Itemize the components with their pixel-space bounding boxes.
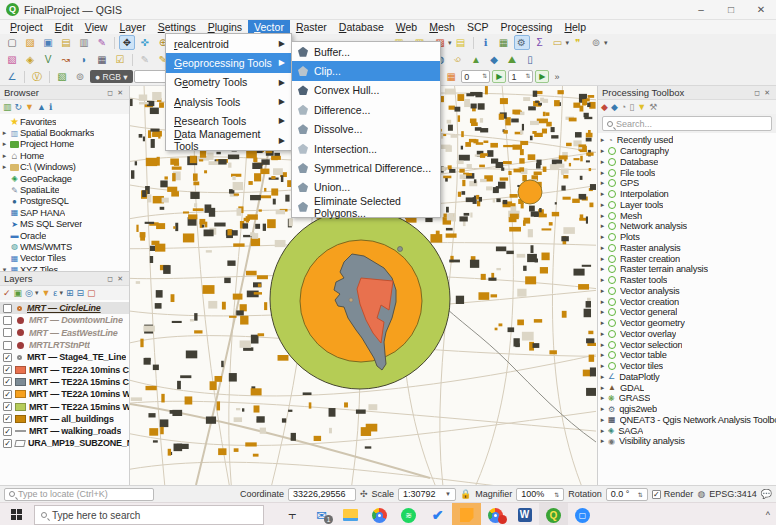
tree-arrow-icon[interactable]: ▸ [598, 405, 607, 413]
add-selected-layers-icon[interactable]: ▥ [3, 102, 12, 112]
toolbox-search-input[interactable]: Search... [602, 116, 772, 131]
tree-arrow-icon[interactable]: ▸ [598, 330, 607, 338]
browser-item-ms-sql-server[interactable]: ➤MS SQL Server [0, 219, 129, 230]
browser-item-wms-wmts[interactable]: ◍WMS/WMTS [0, 241, 129, 252]
browser-item-spatial-bookmarks[interactable]: ▸▥Spatial Bookmarks [0, 127, 129, 138]
toolbox-group-vector-geometry[interactable]: ▸Vector geometry [598, 318, 776, 329]
options-wrench-icon[interactable]: ⚒ [649, 102, 657, 112]
layer-checkbox[interactable]: ✓ [3, 439, 12, 448]
layer-checkbox[interactable]: ✓ [3, 414, 12, 423]
filter-browser-icon[interactable]: ▼ [25, 102, 34, 112]
open-project-icon[interactable]: ▨ [22, 35, 38, 50]
layer-item[interactable]: ✓MRT — all_buildings [0, 413, 129, 425]
toolbox-group-raster-terrain-analysis[interactable]: ▸Raster terrain analysis [598, 264, 776, 275]
vector-menu-item-data-management-tools[interactable]: Data Management Tools▶ [166, 130, 291, 149]
models-blue-icon[interactable]: ◆ [611, 102, 618, 112]
measure-dropdown-icon[interactable]: ▾ [566, 39, 570, 47]
vector-menu-item-geometry-tools[interactable]: Geometry Tools▶ [166, 73, 291, 92]
select-by-value-dropdown-icon[interactable]: ▾ [448, 39, 452, 47]
start-button[interactable] [0, 503, 34, 525]
manage-themes-icon[interactable]: ◎ [25, 288, 33, 298]
play1[interactable]: ▶ [492, 70, 506, 83]
taskbar-todo-check-icon[interactable]: ✔ [423, 503, 452, 525]
menu-vector[interactable]: Vector [248, 20, 290, 34]
filter-legend-icon[interactable]: ▼ [41, 288, 50, 298]
browser-item-oracle[interactable]: ▬Oracle [0, 230, 129, 241]
tree-arrow-icon[interactable]: ▸ [598, 147, 607, 155]
map-tips-icon[interactable]: ❞ [570, 35, 586, 50]
toolbox-group-cartography[interactable]: ▸Cartography [598, 146, 776, 157]
tree-arrow-icon[interactable]: ▸ [598, 212, 607, 220]
layer-item[interactable]: MRT — CircleLine [0, 302, 129, 314]
overflow[interactable]: » [554, 72, 559, 82]
submenu-item-eliminate-selected-polygons-[interactable]: Eliminate Selected Polygons... [292, 197, 440, 216]
digitize-layers-icon[interactable]: ▧ [4, 52, 20, 67]
manage-themes-dropdown-icon[interactable]: ▾ [35, 289, 39, 297]
toolbox-group-saga[interactable]: ▸◈SAGA [598, 425, 776, 436]
toolbox-group-mesh[interactable]: ▸Mesh [598, 210, 776, 221]
curve-digitize-icon[interactable]: ↝ [58, 52, 74, 67]
tree-arrow-icon[interactable]: ▸ [598, 169, 607, 177]
check-layer-icon[interactable]: ☑ [112, 52, 128, 67]
render-checkbox[interactable]: ✓Render [652, 489, 694, 499]
help-contents-icon[interactable]: ▯ [522, 52, 538, 67]
tree-arrow-icon[interactable]: ▸ [598, 222, 607, 230]
toolbox-group-raster-creation[interactable]: ▸Raster creation [598, 253, 776, 264]
plugin-green-icon[interactable]: ▲ [468, 52, 484, 67]
layer-checkbox[interactable]: ✓ [3, 390, 12, 399]
dataplotly-icon[interactable]: ∠ [4, 69, 20, 84]
toolbox-group-layer-tools[interactable]: ▸Layer tools [598, 200, 776, 211]
browser-item-project-home[interactable]: ▸Project Home [0, 139, 129, 150]
edit-disabled-icon[interactable]: ✎ [137, 52, 153, 67]
vector-menu-item-realcentroid[interactable]: realcentroid▶ [166, 34, 291, 53]
menu-processing[interactable]: Processing [494, 20, 558, 34]
browser-item-sap-hana[interactable]: ▦SAP HANA [0, 207, 129, 218]
menu-settings[interactable]: Settings [152, 20, 202, 34]
submenu-item-symmetrical-difference-[interactable]: Symmetrical Difference... [292, 158, 440, 177]
browser-close-icon[interactable]: ✕ [115, 89, 125, 97]
taskbar-chrome-icon[interactable] [365, 503, 394, 525]
properties-info-icon[interactable]: ℹ [49, 102, 52, 112]
layer-checkbox[interactable]: ✓ [3, 402, 12, 411]
menu-project[interactable]: Project [4, 20, 49, 34]
b2-spin[interactable]: 1⇅ [508, 70, 533, 83]
toolbox-group-qgis2web[interactable]: ▸⚙qgis2web [598, 404, 776, 415]
identify-features-icon[interactable]: ℹ [478, 35, 494, 50]
layer-item[interactable]: ✓MRT — walking_roads [0, 425, 129, 437]
plugin-layer-icon[interactable]: ◆ [486, 52, 502, 67]
rgb-button[interactable]: ● RGB ▾ [90, 70, 133, 83]
tree-arrow-icon[interactable]: ▸ [598, 190, 607, 198]
menu-plugins[interactable]: Plugins [202, 20, 248, 34]
layer-checkbox[interactable] [3, 316, 12, 325]
toolbox-group-vector-general[interactable]: ▸Vector general [598, 307, 776, 318]
taskbar-spotify-icon[interactable]: ≋ [394, 503, 423, 525]
taskbar-word-icon[interactable]: W [510, 503, 539, 525]
tree-arrow-icon[interactable]: ▸ [598, 276, 607, 284]
options-gear-icon[interactable]: ⚙ [514, 35, 530, 50]
pan-map-icon[interactable]: ✥ [119, 35, 135, 50]
toolbox-group-database[interactable]: ▸Database [598, 157, 776, 168]
tree-arrow-icon[interactable]: ▸ [598, 255, 607, 263]
toolbox-group-vector-table[interactable]: ▸Vector table [598, 350, 776, 361]
menu-edit[interactable]: Edit [49, 20, 79, 34]
layer-checkbox[interactable] [3, 304, 12, 313]
a-spin[interactable]: 0⇅ [461, 70, 490, 83]
tree-arrow-icon[interactable]: ▸ [598, 341, 607, 349]
menu-view[interactable]: View [79, 20, 114, 34]
toolbox-group-raster-tools[interactable]: ▸Raster tools [598, 275, 776, 286]
submenu-item-buffer-[interactable]: Buffer... [292, 42, 440, 61]
submenu-item-dissolve-[interactable]: Dissolve... [292, 120, 440, 139]
maximize-button[interactable]: □ [716, 0, 746, 19]
layer-checkbox[interactable]: ✓ [3, 353, 12, 362]
toolbox-group-grass[interactable]: ▸❋GRASS [598, 393, 776, 404]
history-models-icon[interactable]: ◆ [601, 102, 608, 112]
taskbar-chrome-beta-icon[interactable] [481, 503, 510, 525]
tree-arrow-icon[interactable]: ▸ [598, 416, 607, 424]
tree-arrow-icon[interactable]: ▸ [0, 129, 9, 137]
menu-mesh[interactable]: Mesh [423, 20, 461, 34]
tree-arrow-icon[interactable]: ▸ [0, 140, 9, 148]
scale-combobox[interactable]: 1:30792▼ [398, 488, 456, 501]
play2[interactable]: ▶ [535, 70, 549, 83]
tree-arrow-icon[interactable]: ▾ [0, 266, 9, 271]
menu-web[interactable]: Web [390, 20, 423, 34]
